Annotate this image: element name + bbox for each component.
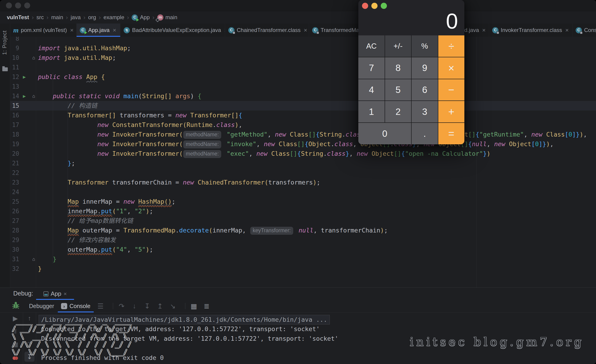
debug-session-tab[interactable]: App × — [36, 288, 74, 300]
force-step-into-icon[interactable]: ↧ — [143, 301, 152, 311]
calc-key-AC[interactable]: AC — [358, 35, 385, 57]
editor-tab[interactable]: CApp.java× — [77, 23, 120, 37]
calc-key-÷[interactable]: ÷ — [438, 35, 465, 57]
calc-key-0[interactable]: 0 — [358, 123, 411, 144]
code-line[interactable]: 8 — [0, 37, 596, 44]
code-line[interactable]: 25 Map innerMap = new HashMap(); — [0, 197, 596, 206]
code-token: transformers = — [116, 112, 175, 119]
step-into-icon[interactable]: ↓ — [130, 301, 139, 311]
code-token: . — [331, 140, 334, 147]
code-line[interactable]: 23 Transformer transformerChain = new Ch… — [0, 178, 596, 187]
close-icon[interactable]: × — [70, 27, 74, 34]
calc-zoom-button[interactable] — [381, 3, 387, 9]
calc-key-.[interactable]: . — [412, 123, 438, 144]
code-line[interactable]: 31⌂ } — [0, 254, 596, 264]
code-line[interactable]: 19 new InvokerTransformer(methodName: "i… — [0, 139, 596, 149]
run-to-cursor-icon[interactable]: ↘ — [168, 301, 177, 311]
calc-key-6[interactable]: 6 — [412, 79, 438, 101]
run-gutter-icon[interactable]: ▶ — [23, 91, 26, 101]
calc-key-−[interactable]: − — [438, 79, 465, 101]
calc-key-2[interactable]: 2 — [385, 101, 411, 122]
breadcrumb-item-app[interactable]: CApp — [132, 14, 150, 21]
calculator-keypad: AC+/-%÷789×456−123+0.= — [358, 35, 464, 144]
calc-key-+[interactable]: + — [438, 101, 465, 122]
code-line[interactable]: 24 — [0, 187, 596, 197]
calc-close-button[interactable] — [362, 3, 368, 9]
code-line[interactable]: 27 // 给予map数据转化链 — [0, 216, 596, 226]
code-line[interactable]: 13 — [0, 82, 596, 91]
code-line[interactable]: 14▶⌂ public static void main(String[] ar… — [0, 91, 596, 101]
window-zoom-button[interactable] — [24, 2, 30, 8]
window-minimize-button[interactable] — [15, 2, 21, 8]
close-icon[interactable]: × — [113, 27, 116, 34]
close-icon[interactable]: × — [64, 291, 67, 297]
options-icon[interactable]: ☰ — [96, 301, 105, 311]
breadcrumb-item-org[interactable]: org — [88, 14, 96, 21]
editor-tab[interactable]: mpom.xml (vulnTest)× — [10, 23, 77, 37]
code-token — [97, 73, 101, 80]
code-line[interactable]: 29 // 修改内容触发 — [0, 235, 596, 245]
calc-minimize-button[interactable] — [371, 3, 378, 9]
close-icon[interactable]: × — [482, 27, 486, 34]
evaluate-expression-icon[interactable]: ▦ — [189, 301, 198, 311]
calc-key-5[interactable]: 5 — [385, 79, 411, 101]
code-line[interactable]: 11 — [0, 63, 596, 72]
code-text: // 修改内容触发 — [38, 235, 116, 245]
calc-key-+/-[interactable]: +/- — [385, 35, 411, 57]
breadcrumb-item-src[interactable]: src — [37, 14, 44, 21]
tab-debugger[interactable]: Debugger — [29, 300, 54, 312]
code-line[interactable]: 32} — [0, 264, 596, 274]
breadcrumb-item-main[interactable]: main — [51, 14, 63, 21]
close-icon[interactable]: × — [565, 27, 569, 34]
code-line[interactable]: 30 outerMap.put("4", "5"); — [0, 245, 596, 254]
calc-key-×[interactable]: × — [438, 57, 465, 79]
fold-gutter-icon[interactable]: ⌂ — [32, 91, 35, 101]
editor-tab[interactable]: CConstantTransformer.class× — [573, 23, 596, 37]
code-line[interactable]: 22 — [0, 168, 596, 178]
code-line[interactable]: 15 // 构造链 — [0, 101, 596, 110]
calc-key-=[interactable]: = — [438, 123, 465, 144]
breadcrumb-item-vulntest[interactable]: vulnTest — [7, 14, 29, 21]
fold-gutter-icon[interactable]: ⌂ — [32, 254, 35, 264]
code-line[interactable]: 26 innerMap.put("1", "2"); — [0, 206, 596, 216]
breadcrumb-item-java[interactable]: java — [71, 14, 81, 21]
step-out-icon[interactable]: ↥ — [155, 301, 164, 311]
calc-key-7[interactable]: 7 — [358, 57, 385, 79]
close-icon[interactable]: × — [304, 27, 307, 34]
code-editor[interactable]: 89import java.util.HashMap;10⌂import jav… — [0, 37, 596, 287]
fold-gutter-icon[interactable]: ⌂ — [32, 53, 35, 63]
tab-console[interactable]: › Console — [61, 300, 90, 312]
code-token: new — [531, 131, 546, 138]
code-line[interactable]: 9import java.util.HashMap; — [0, 44, 596, 53]
calculator-window[interactable]: 0 AC+/-%÷789×456−123+0.= — [358, 0, 464, 144]
step-over-icon[interactable]: ↷ — [117, 301, 126, 311]
code-line[interactable]: 17 new ConstantTransformer(Runtime.class… — [0, 120, 596, 130]
code-line[interactable]: 21 }; — [0, 159, 596, 168]
line-number: 21 — [0, 159, 19, 168]
editor-tab[interactable]: ↯BadAttributeValueExpException.java× — [120, 23, 225, 37]
calc-key-4[interactable]: 4 — [358, 79, 385, 101]
code-line[interactable]: 18 new InvokerTransformer(methodName: "g… — [0, 130, 596, 139]
maven-icon: m — [13, 26, 19, 34]
calc-key-9[interactable]: 9 — [412, 57, 438, 79]
code-line[interactable]: 16 Transformer[] transformers = new Tran… — [0, 110, 596, 120]
calc-key-%[interactable]: % — [412, 35, 438, 57]
breadcrumb-label: App — [140, 14, 150, 21]
calc-key-3[interactable]: 3 — [412, 101, 438, 122]
breadcrumb-item-main[interactable]: mmain — [157, 14, 177, 21]
breadcrumb-item-example[interactable]: example — [104, 14, 124, 21]
tab-debugger-label: Debugger — [29, 303, 54, 309]
editor-tab[interactable]: CInvokerTransformer.class× — [489, 23, 573, 37]
code-token: ; — [149, 208, 153, 215]
layout-settings-icon[interactable]: ≣ — [202, 301, 211, 311]
code-line[interactable]: 12▶public class App { — [0, 72, 596, 82]
code-line[interactable]: 10⌂import java.util.Map; — [0, 53, 596, 63]
code-line[interactable]: 28 Map outerMap = TransformedMap.decorat… — [0, 226, 596, 235]
code-token: Class — [290, 131, 308, 138]
calc-key-8[interactable]: 8 — [385, 57, 411, 79]
editor-tab[interactable]: CChainedTransformer.class× — [225, 23, 309, 37]
run-gutter-icon[interactable]: ▶ — [23, 72, 26, 82]
code-line[interactable]: 20 new InvokerTransformer(methodName: "e… — [0, 149, 596, 159]
window-close-button[interactable] — [6, 2, 12, 8]
calc-key-1[interactable]: 1 — [358, 101, 385, 122]
